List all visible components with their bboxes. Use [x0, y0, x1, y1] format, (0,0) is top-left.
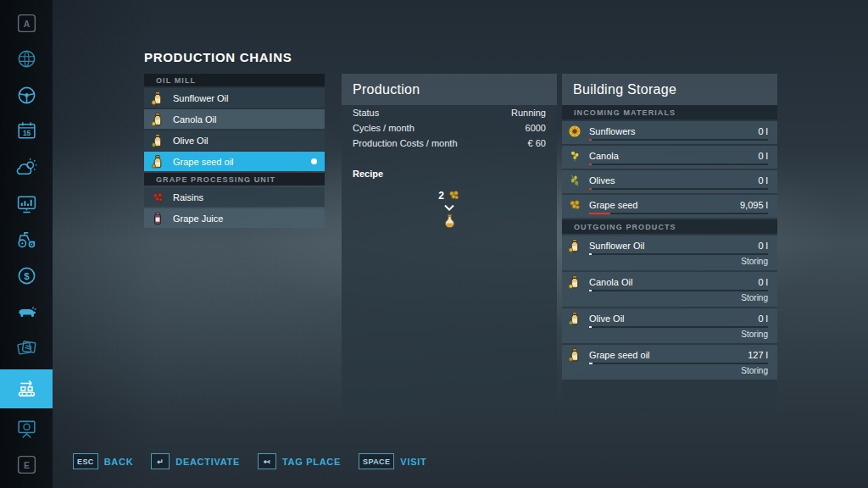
oil-bottle-grape-icon	[568, 348, 581, 362]
oil-bottle-olive-icon	[151, 134, 164, 147]
deactivate-button[interactable]: ↵ DEACTIVATE	[151, 453, 240, 469]
fill-level-bar	[589, 290, 768, 291]
product-status: Storing	[568, 329, 768, 341]
fill-level-bar	[589, 326, 768, 328]
chain-row-raisins[interactable]: Raisins	[144, 187, 325, 207]
oil-bottle-icon	[442, 214, 458, 230]
cycles-value: 6000	[526, 123, 546, 133]
sidebar-item-weather[interactable]	[0, 152, 53, 183]
storage-row-sunflowers: Sunflowers 0 l	[562, 121, 777, 144]
sidebar-item-statistics[interactable]	[0, 188, 53, 219]
tag-place-button[interactable]: ↤ TAG PLACE	[258, 453, 341, 469]
fill-level-bar	[589, 253, 768, 255]
storage-row-sunflower-oil: Sunflower Oil 0 l Storing	[562, 236, 777, 270]
calendar-icon: 15	[15, 119, 38, 142]
cycles-row: Cycles / month 6000	[342, 120, 557, 136]
finances-icon: $	[15, 264, 38, 287]
oil-bottle-grape-icon	[151, 155, 164, 169]
sidebar: A 15 $ E	[0, 0, 53, 488]
sidebar-item-map[interactable]	[0, 44, 53, 75]
chain-label: Canola Oil	[173, 114, 216, 125]
map-board-icon	[15, 418, 38, 441]
chain-row-olive-oil[interactable]: Olive Oil	[144, 130, 325, 150]
oil-bottle-sunflower-icon	[151, 92, 164, 105]
sidebar-item-production-chains[interactable]	[0, 369, 53, 408]
cycles-label: Cycles / month	[353, 123, 415, 133]
status-row: Status Running	[342, 105, 557, 120]
oil-bottle-canola-icon	[151, 113, 164, 126]
status-value: Running	[511, 108, 546, 118]
sidebar-item-animals[interactable]	[0, 297, 53, 327]
chevron-down-icon	[443, 204, 455, 211]
sunflower-icon	[568, 125, 581, 138]
product-status: Storing	[568, 292, 768, 304]
costs-value: € 60	[528, 138, 546, 148]
chain-label: Sunflower Oil	[173, 93, 228, 103]
visit-button[interactable]: SPACE VISIT	[359, 453, 426, 469]
sidebar-item-garage[interactable]	[0, 225, 53, 255]
weather-icon	[15, 156, 38, 179]
svg-text:A: A	[23, 19, 30, 28]
incoming-materials-header: INCOMING MATERIALS	[562, 105, 777, 119]
building-storage-panel: Building Storage INCOMING MATERIALS Sunf…	[562, 74, 777, 413]
list-section-header: OIL MILL	[144, 74, 325, 86]
costs-row: Production Costs / month € 60	[342, 136, 557, 151]
sidebar-item-contracts[interactable]	[0, 333, 53, 363]
sidebar-item-vehicles[interactable]	[0, 80, 53, 110]
space-key-icon: SPACE	[359, 453, 394, 469]
chain-label: Raisins	[173, 192, 203, 202]
product-amount: 0 l	[758, 313, 768, 324]
steering-wheel-icon	[15, 84, 38, 107]
chain-label: Grape seed oil	[173, 157, 234, 167]
storage-panel-title: Building Storage	[562, 74, 777, 105]
material-amount: 0 l	[758, 151, 768, 161]
production-panel-title: Production	[342, 74, 557, 105]
storage-row-olive-oil: Olive Oil 0 l Storing	[562, 308, 777, 343]
recipe-input: 2	[438, 189, 460, 202]
chain-row-canola-oil[interactable]: Canola Oil	[144, 109, 325, 129]
material-amount: 0 l	[758, 126, 768, 136]
tractor-icon	[15, 228, 38, 251]
contracts-icon	[15, 336, 38, 359]
sidebar-key-hint-e: E	[0, 450, 53, 480]
oil-bottle-canola-icon	[568, 275, 581, 289]
product-amount: 127 l	[748, 350, 768, 360]
chain-row-grape-juice[interactable]: Grape Juice	[144, 208, 325, 228]
list-section-header: GRAPE PROCESSING UNIT	[144, 173, 325, 186]
product-status: Storing	[568, 256, 768, 268]
chain-row-grape-seed-oil[interactable]: Grape seed oil	[144, 152, 325, 171]
product-label: Olive Oil	[589, 313, 625, 324]
oil-bottle-sunflower-icon	[568, 239, 581, 252]
material-label: Grape seed	[589, 200, 637, 210]
storage-row-grape-seed: Grape seed 9,095 l	[562, 195, 777, 218]
storage-row-canola: Canola 0 l	[562, 146, 777, 169]
sidebar-item-map-overview[interactable]	[0, 413, 53, 444]
svg-text:E: E	[24, 461, 30, 470]
sidebar-item-calendar[interactable]: 15	[0, 116, 53, 147]
recipe-flow: 2	[342, 189, 557, 230]
statistics-icon	[15, 192, 38, 215]
storage-row-olives: Olives 0 l	[562, 170, 777, 193]
product-status: Storing	[568, 365, 768, 377]
outgoing-products-header: OUTGOING PRODUCTS	[562, 219, 777, 234]
enter-key-icon: ↵	[151, 453, 170, 469]
material-amount: 0 l	[758, 175, 768, 186]
back-button[interactable]: ESC BACK	[73, 453, 133, 469]
product-label: Canola Oil	[589, 277, 632, 287]
production-chains-icon	[15, 377, 38, 400]
grape-juice-icon	[151, 212, 164, 225]
storage-row-canola-oil: Canola Oil 0 l Storing	[562, 272, 777, 307]
selected-indicator-dot	[311, 158, 317, 164]
fill-level-bar	[589, 363, 768, 364]
grape-seed-icon	[448, 189, 460, 202]
material-label: Canola	[589, 151, 619, 161]
world-map-icon	[15, 47, 38, 70]
product-label: Sunflower Oil	[589, 241, 644, 251]
product-label: Grape seed oil	[589, 350, 650, 360]
chain-label: Olive Oil	[173, 136, 209, 146]
recipe-heading: Recipe	[353, 169, 546, 179]
fill-level-bar	[589, 188, 768, 190]
svg-text:$: $	[24, 271, 30, 281]
chain-row-sunflower-oil[interactable]: Sunflower Oil	[144, 88, 325, 108]
sidebar-item-finances[interactable]: $	[0, 261, 53, 291]
